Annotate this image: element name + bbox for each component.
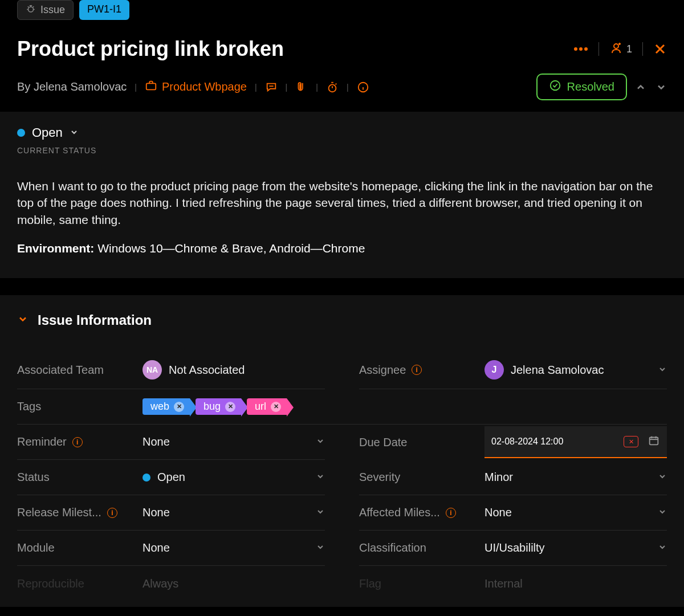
reproducible-value: Always bbox=[142, 577, 178, 590]
svg-point-2 bbox=[579, 47, 583, 51]
field-assignee[interactable]: Assigneei J Jelena Samolovac bbox=[359, 351, 667, 389]
section-toggle[interactable]: Issue Information bbox=[17, 312, 667, 328]
avatar: J bbox=[484, 360, 504, 380]
divider bbox=[598, 42, 599, 56]
status-dropdown[interactable]: Open bbox=[17, 125, 667, 140]
field-tags[interactable]: Tags web✕ bug✕ url✕ bbox=[17, 389, 667, 425]
field-due-date[interactable]: Due Date 02-08-2024 12:00 ✕ bbox=[359, 425, 667, 460]
check-circle-icon bbox=[549, 79, 561, 95]
tag-bug[interactable]: bug✕ bbox=[196, 398, 241, 415]
classification-value: UI/Usabililty bbox=[484, 541, 545, 554]
svg-point-1 bbox=[574, 47, 577, 51]
flag-value: Internal bbox=[484, 577, 523, 590]
next-icon[interactable] bbox=[656, 81, 667, 93]
field-reproducible[interactable]: Reproducible Always bbox=[17, 566, 325, 601]
section-title: Issue Information bbox=[38, 312, 152, 328]
status-caption: CURRENT STATUS bbox=[17, 146, 667, 155]
chevron-down-icon bbox=[658, 471, 667, 484]
info-icon: i bbox=[446, 508, 456, 518]
tag-web[interactable]: web✕ bbox=[142, 398, 190, 415]
tag-remove-icon[interactable]: ✕ bbox=[271, 402, 281, 412]
field-reminder[interactable]: Reminderi None bbox=[17, 425, 325, 460]
chevron-down-icon bbox=[316, 506, 325, 519]
separator: | bbox=[316, 83, 318, 92]
reminder-value: None bbox=[142, 435, 170, 448]
status-dot-icon bbox=[17, 129, 25, 137]
divider bbox=[642, 42, 643, 56]
field-severity[interactable]: Severity Minor bbox=[359, 460, 667, 495]
field-classification[interactable]: Classification UI/Usabililty bbox=[359, 531, 667, 566]
separator: | bbox=[347, 83, 349, 92]
tag-url[interactable]: url✕ bbox=[247, 398, 287, 415]
prev-icon[interactable] bbox=[635, 81, 646, 93]
separator: | bbox=[135, 83, 137, 92]
chevron-down-icon bbox=[316, 541, 325, 554]
svg-point-6 bbox=[328, 84, 336, 92]
field-associated-team[interactable]: Associated Team NA Not Associated bbox=[17, 351, 325, 389]
info-icon: i bbox=[72, 437, 83, 447]
attachment-icon[interactable] bbox=[295, 81, 308, 93]
author-label: By Jelena Samolovac bbox=[17, 80, 127, 93]
chevron-down-icon bbox=[658, 364, 667, 377]
release-milestone-value: None bbox=[142, 506, 170, 519]
field-module[interactable]: Module None bbox=[17, 531, 325, 566]
svg-point-3 bbox=[584, 47, 588, 51]
chevron-down-icon bbox=[658, 541, 667, 554]
status-dot-icon bbox=[142, 474, 150, 482]
issue-description: When I want to go to the product pricing… bbox=[17, 178, 667, 228]
calendar-icon[interactable] bbox=[648, 434, 660, 449]
project-link[interactable]: Product Wbpage bbox=[145, 79, 247, 95]
associated-team-value: Not Associated bbox=[169, 364, 245, 377]
due-date-value: 02-08-2024 12:00 bbox=[491, 436, 618, 447]
issue-type-label: Issue bbox=[40, 4, 65, 16]
tag-remove-icon[interactable]: ✕ bbox=[225, 402, 235, 412]
field-flag[interactable]: Flag Internal bbox=[359, 566, 667, 601]
svg-point-8 bbox=[550, 81, 560, 91]
chevron-down-icon bbox=[316, 471, 325, 484]
chevron-down-icon bbox=[658, 506, 667, 519]
info-icon: i bbox=[412, 365, 422, 375]
environment-line: Environment: Windows 10—Chrome & Brave, … bbox=[17, 242, 667, 255]
chevron-down-icon bbox=[316, 435, 325, 448]
issue-id-badge[interactable]: PW1-I1 bbox=[79, 0, 129, 20]
resolved-button[interactable]: Resolved bbox=[536, 74, 627, 100]
svg-point-4 bbox=[614, 44, 618, 48]
briefcase-icon bbox=[145, 79, 157, 95]
assignee-value: Jelena Samolovac bbox=[511, 364, 604, 377]
info-icon[interactable] bbox=[357, 81, 369, 93]
severity-value: Minor bbox=[484, 471, 513, 484]
separator: | bbox=[286, 83, 288, 92]
timer-icon[interactable] bbox=[326, 81, 339, 93]
bug-icon bbox=[26, 3, 36, 17]
svg-rect-9 bbox=[650, 438, 658, 445]
field-status[interactable]: Status Open bbox=[17, 460, 325, 495]
chevron-down-icon bbox=[17, 312, 28, 328]
module-value: None bbox=[142, 541, 170, 554]
affected-milestone-value: None bbox=[484, 506, 512, 519]
comment-icon[interactable] bbox=[265, 81, 278, 93]
assign-count: 1 bbox=[626, 43, 632, 55]
svg-rect-5 bbox=[146, 83, 156, 89]
resolved-label: Resolved bbox=[567, 80, 614, 93]
issue-type-badge[interactable]: Issue bbox=[17, 0, 74, 20]
field-release-milestone[interactable]: Release Milest...i None bbox=[17, 495, 325, 531]
close-icon[interactable] bbox=[653, 42, 667, 56]
status-value: Open bbox=[32, 125, 63, 140]
tag-remove-icon[interactable]: ✕ bbox=[174, 402, 184, 412]
field-affected-milestone[interactable]: Affected Miles...i None bbox=[359, 495, 667, 531]
more-icon[interactable] bbox=[573, 47, 588, 51]
avatar: NA bbox=[142, 360, 162, 380]
separator: | bbox=[255, 83, 257, 92]
assign-user-button[interactable]: 1 bbox=[609, 41, 632, 58]
info-icon: i bbox=[107, 508, 117, 518]
clear-date-icon[interactable]: ✕ bbox=[624, 436, 638, 447]
add-user-icon bbox=[609, 41, 623, 58]
svg-point-0 bbox=[28, 7, 34, 12]
project-name: Product Wbpage bbox=[162, 80, 247, 93]
issue-title: Product pricing link broken bbox=[17, 37, 284, 61]
chevron-down-icon bbox=[70, 125, 79, 140]
status-field-value: Open bbox=[157, 471, 185, 484]
